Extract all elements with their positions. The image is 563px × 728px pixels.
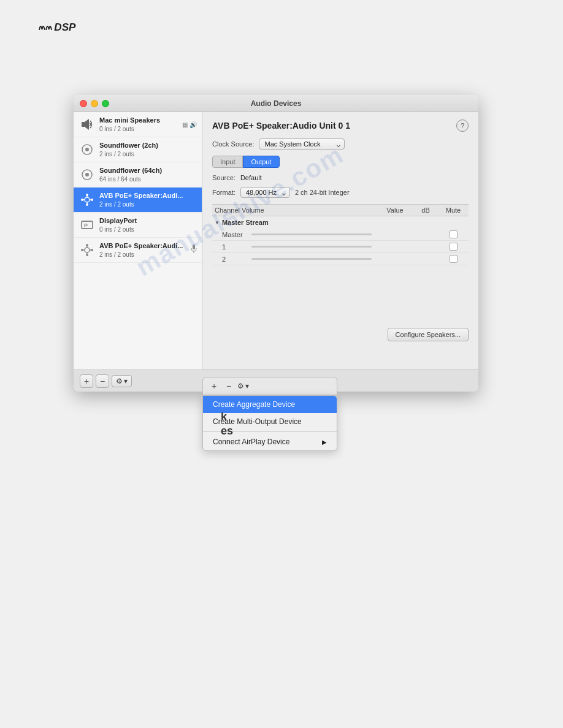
ctx-menu-label-airplay: Connect AirPlay Device [213,438,289,446]
ctx-add-button[interactable]: + [208,380,220,392]
channel-volume-label: Channel Volume [212,207,377,214]
format-select[interactable]: 48,000 Hz [240,187,290,198]
device-item-soundflower-2ch[interactable]: Soundflower (2ch) 2 ins / 2 outs [74,137,202,162]
col-mute-header: Mute [438,207,469,214]
configure-btn-area: Configure Speakers... [388,328,469,341]
svg-point-24 [91,249,93,251]
ctx-remove-button[interactable]: − [223,380,235,392]
channel-slider-1[interactable] [251,246,372,248]
soundflower-64ch-icon [79,166,96,183]
audio-devices-window: Audio Devices Mac mini Speakers 0 ins / … [74,95,478,392]
window-titlebar: Audio Devices [74,95,478,112]
device-info-avb-poe-2: AVB PoE+ Speaker:Audi... 2 ins / 2 outs [99,241,191,258]
device-io-soundflower-64ch: 64 ins / 64 outs [99,175,197,183]
source-row: Source: Default [212,174,469,181]
add-device-button[interactable]: + [80,374,93,388]
configure-speakers-button[interactable]: Configure Speakers... [388,328,469,341]
source-value: Default [240,174,262,181]
tab-output[interactable]: Output [243,156,279,168]
device-info-displayport: DisplayPort 0 ins / 2 outs [99,216,197,233]
mic-icon [191,245,197,253]
checkbox-master[interactable] [450,230,458,238]
svg-point-7 [85,197,90,202]
svg-point-13 [91,199,93,201]
minidsp-logo: DSP [37,17,110,36]
context-toolbar: + − ⚙ ▾ [202,377,337,395]
svg-point-4 [85,148,89,151]
channel-checkbox-2 [438,255,469,263]
minimize-button[interactable] [91,100,98,107]
format-extra: 2 ch 24-bit Integer [295,189,350,196]
svg-point-18 [85,248,90,252]
device-info-soundflower-64ch: Soundflower (64ch) 64 ins / 64 outs [99,166,197,183]
device-item-mac-speakers[interactable]: Mac mini Speakers 0 ins / 2 outs ▦ 🔊 [74,112,202,137]
device-item-avb-poe-2[interactable]: AVB PoE+ Speaker:Audi... 2 ins / 2 outs [74,238,202,263]
device-io-avb-poe-2: 2 ins / 2 outs [99,251,191,259]
channel-volume-header: Channel Volume Value dB Mute [212,204,469,216]
svg-text:DSP: DSP [54,21,76,33]
channel-label-master: Master [222,231,247,238]
clock-row: Clock Source: Mac System Clock ⌄ [212,138,469,150]
format-select-wrapper: 48,000 Hz ⌄ [240,186,290,198]
detail-title: AVB PoE+ Speaker:Audio Unit 0 1 [212,121,350,131]
device-io-displayport: 0 ins / 2 outs [99,226,197,233]
triangle-icon: ▼ [215,220,220,226]
close-button[interactable] [80,100,87,107]
svg-text:P: P [84,222,88,229]
device-list: Mac mini Speakers 0 ins / 2 outs ▦ 🔊 [74,112,202,370]
source-label: Source: [212,174,236,181]
device-item-soundflower-64ch[interactable]: Soundflower (64ch) 64 ins / 64 outs [74,162,202,188]
device-actions-mac-speakers: ▦ 🔊 [182,121,197,128]
device-io-soundflower-2ch: 2 ins / 2 outs [99,150,197,158]
channel-volume-columns: Value dB Mute [377,207,469,214]
ctx-menu-label-create-aggregate: Create Aggregate Device [213,400,295,409]
channel-row-master: Master [212,229,469,241]
checkbox-2[interactable] [450,255,458,263]
device-info-mac-speakers: Mac mini Speakers 0 ins / 2 outs [99,116,182,132]
avb-icon-2 [79,241,96,259]
device-name-mac-speakers: Mac mini Speakers [99,116,182,124]
ctx-gear-icon: ⚙ [237,382,244,390]
gear-arrow-icon: ▾ [124,377,128,385]
help-button[interactable]: ? [456,119,469,132]
device-name-avb-poe-2: AVB PoE+ Speaker:Audi... [99,241,191,250]
device-io-mac-speakers: 0 ins / 2 outs [99,125,182,133]
window-title: Audio Devices [251,99,302,108]
device-name-displayport: DisplayPort [99,216,197,225]
channel-checkbox-1 [438,243,469,251]
maximize-button[interactable] [102,100,109,107]
device-io-avb-poe-selected: 2 ins / 2 outs [99,200,197,208]
format-row: Format: 48,000 Hz ⌄ 2 ch 24-bit Integer [212,186,469,198]
channel-label-1: 1 [222,243,247,251]
channel-slider-master[interactable] [251,233,372,235]
svg-rect-1 [82,122,85,127]
window-body: Mac mini Speakers 0 ins / 2 outs ▦ 🔊 [74,112,478,370]
soundflower-2ch-icon [79,141,96,158]
device-name-avb-poe-selected: AVB PoE+ Speaker:Audi... [99,191,197,200]
tab-input[interactable]: Input [212,156,243,168]
volume-icon: 🔊 [190,121,197,128]
device-item-avb-poe-selected[interactable]: AVB PoE+ Speaker:Audi... 2 ins / 2 outs [74,188,202,213]
stream-section-label: ▼ Master Stream [212,216,469,229]
channel-slider-2[interactable] [251,258,372,260]
remove-device-button[interactable]: − [96,374,109,388]
format-label: Format: [212,189,236,196]
master-stream-section: ▼ Master Stream Master 1 [212,216,469,265]
device-name-soundflower-2ch: Soundflower (2ch) [99,141,197,150]
gear-menu-button[interactable]: ⚙ ▾ [112,375,132,387]
channel-row-1: 1 [212,241,469,253]
svg-marker-2 [85,119,89,130]
device-item-displayport[interactable]: P DisplayPort 0 ins / 2 outs [74,213,202,238]
ctx-gear-arrow-icon: ▾ [245,382,249,390]
gear-icon: ⚙ [116,377,123,385]
svg-point-23 [81,249,83,251]
channel-checkbox-master [438,230,469,238]
channel-row-2: 2 [212,253,469,265]
svg-point-14 [86,194,88,196]
svg-rect-27 [193,245,195,249]
ctx-gear-button[interactable]: ⚙ ▾ [237,382,249,390]
clock-source-select[interactable]: Mac System Clock [259,138,345,150]
col-db-header: dB [413,207,438,214]
checkbox-1[interactable] [450,243,458,251]
speaker-icon [79,116,96,133]
